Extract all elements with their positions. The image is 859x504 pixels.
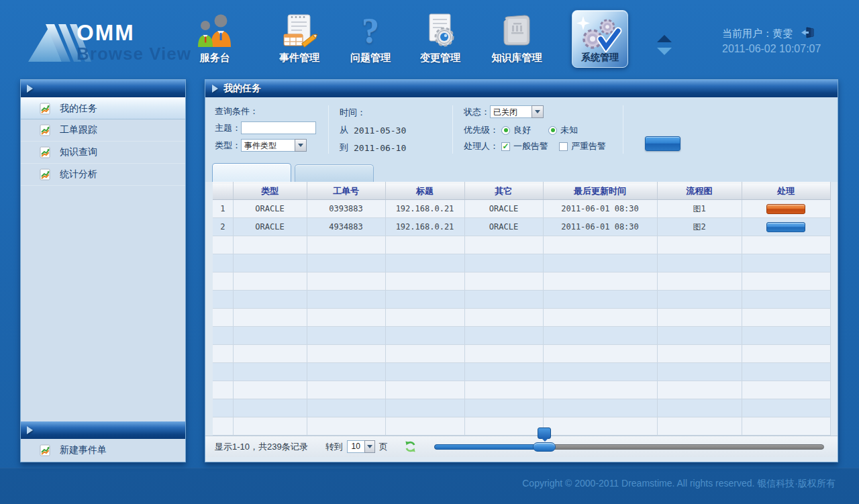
dropdown-button[interactable]: [532, 105, 544, 118]
radio-icon[interactable]: [548, 126, 557, 135]
empty-cell: [385, 345, 464, 363]
nav-problem-management[interactable]: ? 问题管理: [330, 11, 411, 64]
column-header[interactable]: 标题: [385, 183, 464, 200]
empty-cell: [657, 291, 742, 309]
table-row[interactable]: 2ORACLE4934883192.168.0.21ORACLE2011-06-…: [213, 218, 830, 236]
empty-cell: [307, 363, 385, 381]
empty-cell: [742, 363, 830, 381]
current-datetime: 2011-06-02 10:07:07: [722, 43, 821, 55]
radio-icon[interactable]: [501, 126, 510, 135]
other-cell: ORACLE: [464, 218, 543, 236]
slider-marker[interactable]: [538, 427, 551, 439]
sidebar-header[interactable]: [21, 80, 185, 97]
priority-option-good[interactable]: 良好: [501, 124, 531, 136]
priority-option-unknown[interactable]: 未知: [548, 124, 578, 136]
empty-cell: [233, 363, 307, 381]
sidebar-item-knowledge-query[interactable]: 知识查询: [21, 142, 185, 164]
empty-cell: [464, 399, 543, 417]
system-management-icon: [572, 13, 627, 55]
empty-cell: [464, 309, 543, 327]
column-header[interactable]: 处理: [742, 183, 830, 200]
dropdown-button[interactable]: [295, 139, 307, 152]
collapse-arrow-icon: [27, 426, 33, 434]
search-button[interactable]: [645, 136, 680, 151]
nav-incident-management[interactable]: 事件管理: [259, 11, 340, 64]
nav-system-management[interactable]: 系统管理: [572, 10, 628, 68]
process-button[interactable]: [766, 204, 805, 214]
checkbox-icon[interactable]: [501, 142, 510, 151]
nav-knowledge-base[interactable]: 知识库管理: [470, 11, 564, 64]
sidebar-footer-header[interactable]: [21, 421, 185, 439]
empty-cell: [464, 272, 543, 291]
main-panel: 我的任务 查询条件： 主题： 类型： 事件类型 时间： 从 2011-05-30…: [205, 79, 838, 462]
empty-cell: [307, 291, 385, 309]
handler-option-general-alarm[interactable]: 一般告警: [501, 140, 548, 152]
panel-title-bar: 我的任务: [205, 80, 838, 97]
scroll-up-icon[interactable]: [657, 35, 672, 42]
empty-cell: [543, 236, 657, 254]
empty-cell: [543, 417, 657, 436]
empty-cell: [233, 345, 307, 363]
divider: [328, 105, 329, 154]
sidebar-item-label: 工单跟踪: [60, 124, 97, 136]
column-header[interactable]: [213, 183, 233, 200]
time-to-label: 到: [340, 142, 348, 154]
incident-management-icon: [259, 11, 340, 50]
sidebar-item-order-tracking[interactable]: 工单跟踪: [21, 119, 185, 142]
sidebar-item-statistics[interactable]: 统计分析: [21, 164, 185, 186]
status-select[interactable]: 已关闭: [490, 105, 544, 118]
flowchart-cell[interactable]: 图1: [657, 200, 742, 218]
column-header[interactable]: 其它: [464, 183, 543, 200]
empty-cell: [307, 399, 385, 417]
column-header[interactable]: 流程图: [657, 183, 742, 200]
dropdown-button[interactable]: [364, 440, 375, 453]
empty-cell: [742, 417, 830, 436]
empty-cell: [543, 291, 657, 309]
flowchart-cell[interactable]: 图2: [657, 218, 742, 236]
panel-arrow-icon: [212, 85, 218, 93]
empty-cell: [742, 381, 830, 399]
empty-cell: [385, 399, 464, 417]
empty-cell: [233, 381, 307, 399]
handler-option-severe-alarm[interactable]: 严重告警: [559, 140, 606, 152]
status-select-value: 已关闭: [490, 105, 532, 118]
time-to-value[interactable]: 2011-06-10: [354, 143, 406, 153]
empty-cell: [307, 309, 385, 327]
checkbox-icon[interactable]: [559, 142, 568, 151]
empty-table-row: [213, 254, 830, 272]
empty-cell: [657, 327, 742, 345]
empty-cell: [307, 236, 385, 254]
nav-change-management[interactable]: 变更管理: [400, 11, 481, 64]
nav-service-desk[interactable]: 服务台: [174, 11, 255, 64]
page-select[interactable]: 10: [347, 440, 375, 453]
empty-cell: [742, 236, 830, 254]
type-cell: ORACLE: [233, 218, 307, 236]
tab-results-1[interactable]: [212, 163, 291, 182]
column-header[interactable]: 类型: [233, 183, 307, 200]
time-from-value[interactable]: 2011-05-30: [354, 125, 406, 136]
refresh-icon[interactable]: [404, 440, 417, 453]
empty-cell: [657, 345, 742, 363]
scroll-down-icon[interactable]: [657, 48, 672, 55]
sidebar-item-my-tasks[interactable]: 我的任务: [21, 97, 185, 119]
empty-cell: [307, 254, 385, 272]
nav-label: 问题管理: [330, 52, 411, 64]
process-button[interactable]: [766, 222, 805, 232]
sidebar-item-new-incident[interactable]: 新建事件单: [21, 439, 185, 462]
empty-cell: [233, 254, 307, 272]
table-row[interactable]: 1ORACLE0393883192.168.0.21ORACLE2011-06-…: [213, 200, 830, 218]
empty-cell: [464, 327, 543, 345]
option-label: 良好: [513, 124, 531, 136]
nav-label: 系统管理: [572, 52, 627, 64]
type-select[interactable]: 事件类型: [241, 139, 307, 152]
tab-results-2[interactable]: [295, 164, 374, 182]
logout-icon[interactable]: [801, 27, 814, 40]
slider-handle[interactable]: [533, 442, 556, 452]
subject-input[interactable]: [241, 121, 316, 134]
empty-table-row: [213, 236, 830, 254]
sidebar: 我的任务 工单跟踪 知识查询 统计分析 新建事件单: [20, 79, 186, 462]
empty-cell: [385, 417, 464, 436]
column-header[interactable]: 最后更新时间: [543, 183, 657, 200]
column-header[interactable]: 工单号: [307, 183, 385, 200]
time-label: 时间：: [340, 107, 366, 119]
